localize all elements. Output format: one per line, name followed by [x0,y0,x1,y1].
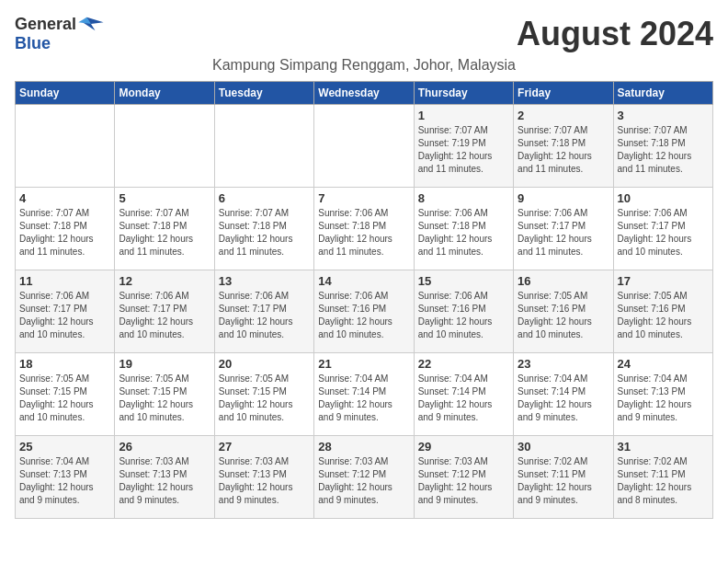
logo-general-text: General [15,15,76,34]
day-info: Sunrise: 7:04 AMSunset: 7:14 PMDaylight:… [318,373,409,424]
day-info: Sunrise: 7:03 AMSunset: 7:13 PMDaylight:… [119,455,210,507]
calendar-cell: 28 Sunrise: 7:03 AMSunset: 7:12 PMDaylig… [314,436,414,519]
day-number: 4 [19,191,110,205]
calendar-cell: 19 Sunrise: 7:05 AMSunset: 7:15 PMDaylig… [115,353,214,436]
day-number: 2 [518,109,609,122]
calendar-cell [214,105,313,188]
calendar-cell: 4 Sunrise: 7:07 AMSunset: 7:18 PMDayligh… [16,188,115,270]
day-info: Sunrise: 7:02 AMSunset: 7:11 PMDaylight:… [618,455,709,507]
day-number: 9 [518,191,609,205]
day-info: Sunrise: 7:06 AMSunset: 7:17 PMDaylight:… [518,207,609,259]
calendar-cell [115,105,214,188]
calendar-cell: 17 Sunrise: 7:05 AMSunset: 7:16 PMDaylig… [613,270,712,353]
calendar-cell: 2 Sunrise: 7:07 AMSunset: 7:18 PMDayligh… [514,105,613,188]
day-number: 17 [618,274,709,288]
day-number: 30 [518,440,609,454]
day-number: 6 [219,191,310,205]
day-info: Sunrise: 7:07 AMSunset: 7:18 PMDaylight:… [219,207,310,259]
day-info: Sunrise: 7:07 AMSunset: 7:19 PMDaylight:… [418,124,509,176]
calendar-cell: 31 Sunrise: 7:02 AMSunset: 7:11 PMDaylig… [613,436,712,519]
day-info: Sunrise: 7:03 AMSunset: 7:12 PMDaylight:… [418,455,509,507]
day-info: Sunrise: 7:06 AMSunset: 7:18 PMDaylight:… [318,207,409,259]
calendar-cell: 13 Sunrise: 7:06 AMSunset: 7:17 PMDaylig… [214,270,313,353]
day-number: 31 [618,440,709,454]
calendar-cell: 9 Sunrise: 7:06 AMSunset: 7:17 PMDayligh… [514,188,613,270]
day-info: Sunrise: 7:05 AMSunset: 7:15 PMDaylight:… [19,373,110,424]
calendar-cell: 27 Sunrise: 7:03 AMSunset: 7:13 PMDaylig… [214,436,313,519]
day-number: 29 [418,440,509,454]
day-info: Sunrise: 7:04 AMSunset: 7:13 PMDaylight:… [19,455,110,507]
calendar-cell: 18 Sunrise: 7:05 AMSunset: 7:15 PMDaylig… [16,353,115,436]
day-info: Sunrise: 7:07 AMSunset: 7:18 PMDaylight:… [618,124,709,176]
calendar-cell: 10 Sunrise: 7:06 AMSunset: 7:17 PMDaylig… [613,188,712,270]
day-info: Sunrise: 7:06 AMSunset: 7:17 PMDaylight:… [119,290,210,341]
calendar-cell: 25 Sunrise: 7:04 AMSunset: 7:13 PMDaylig… [16,436,115,519]
calendar-cell: 22 Sunrise: 7:04 AMSunset: 7:14 PMDaylig… [414,353,513,436]
day-info: Sunrise: 7:06 AMSunset: 7:17 PMDaylight:… [618,207,709,259]
day-info: Sunrise: 7:05 AMSunset: 7:15 PMDaylight:… [119,373,210,424]
day-info: Sunrise: 7:06 AMSunset: 7:17 PMDaylight:… [219,290,310,341]
calendar-cell: 5 Sunrise: 7:07 AMSunset: 7:18 PMDayligh… [115,188,214,270]
day-info: Sunrise: 7:07 AMSunset: 7:18 PMDaylight:… [518,124,609,176]
day-info: Sunrise: 7:06 AMSunset: 7:18 PMDaylight:… [418,207,509,259]
day-info: Sunrise: 7:04 AMSunset: 7:14 PMDaylight:… [418,373,509,424]
day-info: Sunrise: 7:06 AMSunset: 7:16 PMDaylight:… [418,290,509,341]
day-number: 24 [618,357,709,371]
calendar-cell: 6 Sunrise: 7:07 AMSunset: 7:18 PMDayligh… [214,188,313,270]
calendar-cell [314,105,414,188]
weekday-header-wednesday: Wednesday [314,82,414,105]
calendar-cell: 3 Sunrise: 7:07 AMSunset: 7:18 PMDayligh… [613,105,712,188]
day-number: 22 [418,357,509,371]
day-info: Sunrise: 7:05 AMSunset: 7:16 PMDaylight:… [518,290,609,341]
day-number: 1 [418,109,509,122]
calendar-cell: 16 Sunrise: 7:05 AMSunset: 7:16 PMDaylig… [514,270,613,353]
weekday-header-friday: Friday [514,82,613,105]
calendar-cell: 11 Sunrise: 7:06 AMSunset: 7:17 PMDaylig… [16,270,115,353]
day-number: 18 [19,357,110,371]
day-info: Sunrise: 7:03 AMSunset: 7:12 PMDaylight:… [318,455,409,507]
calendar-cell: 1 Sunrise: 7:07 AMSunset: 7:19 PMDayligh… [414,105,513,188]
day-number: 12 [119,274,210,288]
day-number: 25 [19,440,110,454]
logo: General Blue [15,15,104,53]
day-number: 15 [418,274,509,288]
day-number: 21 [318,357,409,371]
calendar-cell: 15 Sunrise: 7:06 AMSunset: 7:16 PMDaylig… [414,270,513,353]
location-title: Kampung Simpang Renggam, Johor, Malaysia [15,57,713,74]
day-number: 11 [19,274,110,288]
month-title: August 2024 [517,15,713,53]
day-number: 13 [219,274,310,288]
day-number: 7 [318,191,409,205]
weekday-header-monday: Monday [115,82,214,105]
calendar-cell: 12 Sunrise: 7:06 AMSunset: 7:17 PMDaylig… [115,270,214,353]
day-number: 3 [618,109,709,122]
day-number: 19 [119,357,210,371]
calendar-cell: 23 Sunrise: 7:04 AMSunset: 7:14 PMDaylig… [514,353,613,436]
logo-blue-text: Blue [15,34,51,52]
day-number: 23 [518,357,609,371]
calendar-cell [16,105,115,188]
day-info: Sunrise: 7:04 AMSunset: 7:14 PMDaylight:… [518,373,609,424]
calendar-cell: 24 Sunrise: 7:04 AMSunset: 7:13 PMDaylig… [613,353,712,436]
day-number: 26 [119,440,210,454]
calendar-cell: 8 Sunrise: 7:06 AMSunset: 7:18 PMDayligh… [414,188,513,270]
weekday-header-sunday: Sunday [16,82,115,105]
day-number: 27 [219,440,310,454]
weekday-header-tuesday: Tuesday [214,82,313,105]
calendar-table: SundayMondayTuesdayWednesdayThursdayFrid… [15,81,713,519]
day-info: Sunrise: 7:06 AMSunset: 7:16 PMDaylight:… [318,290,409,341]
day-number: 10 [618,191,709,205]
day-info: Sunrise: 7:07 AMSunset: 7:18 PMDaylight:… [119,207,210,259]
day-number: 20 [219,357,310,371]
day-info: Sunrise: 7:03 AMSunset: 7:13 PMDaylight:… [219,455,310,507]
weekday-header-saturday: Saturday [613,82,712,105]
day-info: Sunrise: 7:04 AMSunset: 7:13 PMDaylight:… [618,373,709,424]
day-info: Sunrise: 7:06 AMSunset: 7:17 PMDaylight:… [19,290,110,341]
calendar-cell: 20 Sunrise: 7:05 AMSunset: 7:15 PMDaylig… [214,353,313,436]
calendar-cell: 7 Sunrise: 7:06 AMSunset: 7:18 PMDayligh… [314,188,414,270]
day-number: 8 [418,191,509,205]
day-info: Sunrise: 7:07 AMSunset: 7:18 PMDaylight:… [19,207,110,259]
day-info: Sunrise: 7:02 AMSunset: 7:11 PMDaylight:… [518,455,609,507]
calendar-cell: 21 Sunrise: 7:04 AMSunset: 7:14 PMDaylig… [314,353,414,436]
weekday-header-thursday: Thursday [414,82,513,105]
